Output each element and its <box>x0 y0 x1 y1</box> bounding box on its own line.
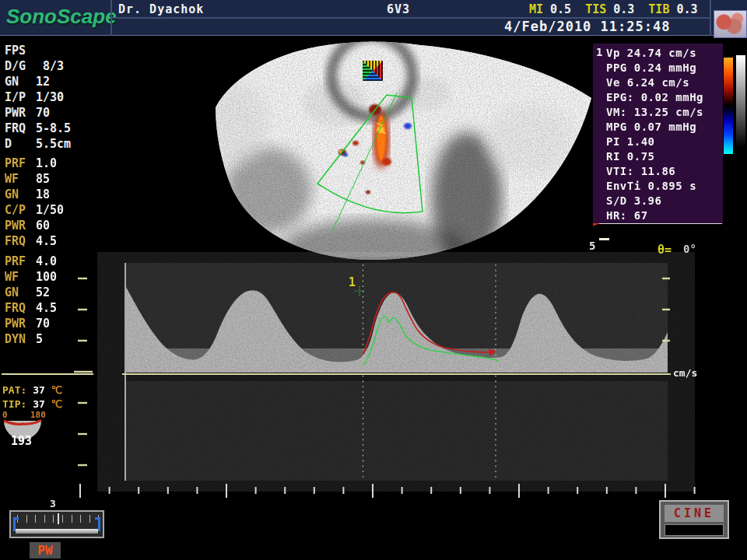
mode-pw-button[interactable]: PW <box>30 542 61 558</box>
scrollbar-center-tick <box>58 513 59 524</box>
param-label: FRQ <box>5 301 36 315</box>
cine-scrollbar[interactable] <box>9 510 104 538</box>
param-label: PWR <box>5 317 36 331</box>
temp-value: 37 <box>33 398 45 410</box>
angle-value: 0° <box>683 243 696 255</box>
param-value: 4.5 <box>36 234 57 248</box>
acoustic-indices: MI0.5 TIS0.3 TIB0.3 <box>529 2 698 16</box>
param-value: 5.5cm <box>36 137 71 151</box>
index-value: 0.3 <box>613 2 634 16</box>
measurement-row: PPG 0.24 mmHg <box>606 61 703 75</box>
cine-button[interactable]: CINE <box>659 500 729 539</box>
param-value: 70 <box>36 106 50 120</box>
param-label: PRF <box>5 156 36 170</box>
measurement-row: VM: 13.25 cm/s <box>606 105 703 120</box>
param-label: GN <box>5 187 36 201</box>
orientation-marker-icon <box>363 61 383 81</box>
param-row: D5.5cm <box>5 137 90 152</box>
acoustic-index: TIB0.3 <box>648 2 697 16</box>
measurement-row: EnvTi 0.895 s <box>606 179 703 194</box>
measurement-row: Ve 6.24 cm/s <box>606 75 703 90</box>
param-label: PWR <box>5 219 36 233</box>
cine-button-display <box>665 524 724 536</box>
param-row: DYN5 <box>5 332 90 348</box>
param-value: 4.5 <box>36 301 57 315</box>
patient-temp: PAT: 37 ℃ <box>2 384 62 396</box>
spectral-measure-marker: 1 <box>349 275 356 289</box>
measurement-rows: Vp 24.74 cm/s PPG 0.24 mmHg Ve 6.24 cm/s… <box>606 46 703 223</box>
param-label: FPS <box>5 44 36 58</box>
params-2d: FPS D/G 8/3 GN12 I/P1/30 PWR70 FRQ5-8.5 … <box>5 44 90 152</box>
param-row: GN52 <box>5 285 90 301</box>
param-row: PWR60 <box>5 219 90 234</box>
param-label: FRQ <box>5 234 36 248</box>
param-value: 5 <box>36 332 43 346</box>
param-label: FRQ <box>5 121 36 135</box>
temp-value: 37 <box>33 384 45 396</box>
temp-label: TIP: <box>2 398 26 410</box>
param-row: PWR70 <box>5 106 90 121</box>
param-row: I/P1/30 <box>5 90 90 106</box>
gauge-max-label: 180 <box>30 410 46 420</box>
gauge-min-label: 0 <box>2 410 8 420</box>
measurement-row: MPG 0.07 mmHg <box>606 120 703 135</box>
param-row: FRQ5-8.5 <box>5 121 90 137</box>
param-label: D/G <box>5 59 36 73</box>
param-label: WF <box>5 270 36 284</box>
param-label: DYN <box>5 332 36 346</box>
param-value: 70 <box>36 317 50 331</box>
velocity-scale-bar-icon <box>599 238 609 240</box>
params-pw: PRF4.0 WF100 GN52 FRQ4.5 PWR70 DYN5 <box>5 254 90 348</box>
velocity-scale-label: 5 <box>589 240 595 252</box>
scrollbar-thumb[interactable] <box>16 529 98 534</box>
param-row: FPS <box>5 44 90 59</box>
param-value: 8/3 <box>36 59 64 73</box>
ultrasound-screen: SonoScape Dr. Dyachok 6V3 MI0.5 TIS0.3 T… <box>0 0 747 560</box>
cine-button-label[interactable]: CINE <box>665 505 724 522</box>
angle-label: θ= <box>658 243 672 257</box>
param-row: WF85 <box>5 172 90 187</box>
params-color: PRF1.0 WF85 GN18 C/P1/50 PWR60 FRQ4.5 <box>5 156 90 250</box>
acoustic-index: TIS0.3 <box>585 2 634 16</box>
index-value: 0.5 <box>550 2 571 16</box>
param-value: 60 <box>36 219 50 233</box>
probe-name: 6V3 <box>387 2 410 16</box>
measurement-panel: 1 Vp 24.74 cm/s PPG 0.24 mmHg Ve 6.24 cm… <box>593 44 723 223</box>
temp-unit: ℃ <box>51 384 63 396</box>
measurement-marker: 1 <box>596 46 602 58</box>
top-status-bar: SonoScape Dr. Dyachok 6V3 MI0.5 TIS0.3 T… <box>0 0 747 36</box>
param-value: 100 <box>36 270 57 284</box>
acoustic-index: MI0.5 <box>529 2 571 16</box>
param-row: GN12 <box>5 75 90 90</box>
param-row: PRF4.0 <box>5 254 90 270</box>
measurement-row: VTI: 11.86 <box>606 164 703 179</box>
param-value: 12 <box>36 75 50 89</box>
param-row: C/P1/50 <box>5 203 90 219</box>
body-marker-icon[interactable] <box>714 10 747 38</box>
param-row: FRQ4.5 <box>5 301 90 317</box>
temp-label: PAT: <box>2 384 26 396</box>
param-value: 85 <box>36 172 50 186</box>
param-value: 1.0 <box>36 156 57 170</box>
index-label: MI <box>529 2 543 16</box>
param-label: I/P <box>5 90 36 104</box>
index-value: 0.3 <box>676 2 697 16</box>
measurement-row: S/D 3.96 <box>606 194 703 208</box>
param-value: 18 <box>36 187 50 201</box>
param-row: D/G 8/3 <box>5 59 90 75</box>
param-row: PWR70 <box>5 317 90 332</box>
measurement-row: HR: 67 <box>606 208 703 223</box>
param-row: PRF1.0 <box>5 156 90 172</box>
index-label: TIB <box>648 2 669 16</box>
measurement-row: PI 1.40 <box>606 135 703 149</box>
index-label: TIS <box>585 2 606 16</box>
param-label: GN <box>5 75 36 89</box>
param-value: 5-8.5 <box>36 121 71 135</box>
bmode-fan-image <box>179 35 603 282</box>
brand-logo: SonoScape <box>6 5 117 29</box>
grayscale-colorbar <box>736 55 745 147</box>
datetime: 4/Feb/2010 11:25:48 <box>504 19 670 34</box>
param-label: C/P <box>5 203 36 217</box>
param-value: 1/50 <box>36 203 64 217</box>
velocity-unit-label: cm/s <box>673 367 697 379</box>
